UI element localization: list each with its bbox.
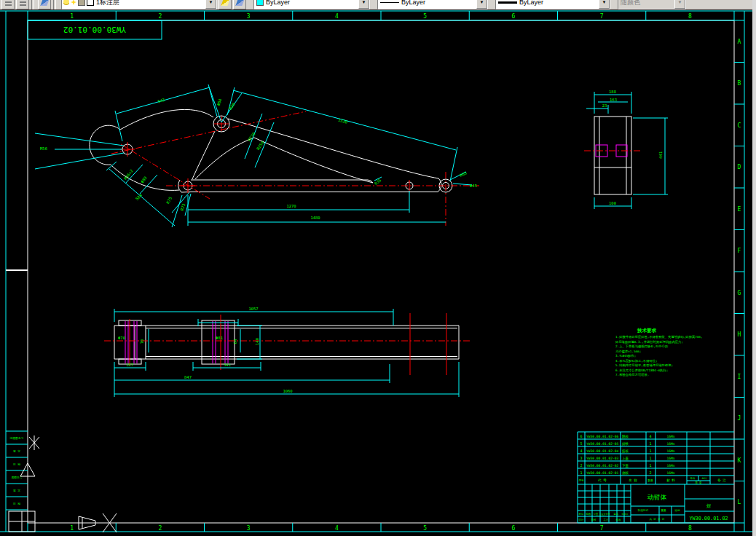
part-title: 动臂体: [647, 494, 667, 501]
dim-label: 441: [658, 151, 663, 159]
margin-cell-label: 签 字: [13, 489, 20, 492]
bom-no: 4: [580, 449, 582, 453]
snap-button[interactable]: [1, 0, 15, 9]
zone-number: 4: [335, 525, 339, 532]
zone-letter: C: [738, 122, 741, 129]
dim-label: R73: [180, 203, 186, 211]
chevron-down-icon[interactable]: ▼: [476, 0, 487, 9]
note-line: 5.结构件焊后校平,表面清理后涂防锈漆;: [615, 363, 673, 368]
lock-icon[interactable]: [78, 0, 85, 6]
bom-no: 2: [580, 463, 582, 468]
dim-label: 543: [157, 98, 165, 104]
bom-code: YW30.00.01.02-05: [586, 442, 618, 446]
titleblock-label: 签名: [614, 513, 619, 516]
bom-material: 16Mn: [666, 457, 674, 460]
plotstyle-combo-value: 随颜色: [618, 0, 674, 7]
layer-previous-button[interactable]: [233, 0, 246, 9]
bom-qty: 2: [649, 470, 651, 475]
dim-label: Φ64: [216, 98, 223, 106]
zone-letter: L: [738, 499, 741, 505]
bom-qty: 1: [649, 449, 651, 453]
dim-label: 1057: [248, 307, 258, 311]
dim-label: R65: [459, 170, 468, 178]
note-line: 3.孔Φ45配作;: [615, 354, 636, 358]
zone-number: 7: [600, 525, 604, 532]
bom-header: 代 号: [597, 478, 607, 482]
dim-label: 64: [233, 339, 237, 344]
linetype-combo[interactable]: ByLayer ▼: [377, 0, 488, 9]
color-combo-value: ByLayer: [264, 0, 358, 6]
dim-label: Φ89: [140, 176, 148, 184]
note-line: 允许偏差±1.5mm;: [615, 350, 641, 354]
dim-label: Φ70: [118, 336, 125, 340]
chevron-down-icon[interactable]: ▼: [599, 0, 610, 9]
zone-number: 2: [158, 13, 162, 20]
zone-number: 1: [70, 13, 74, 20]
titleblock-label: 重量: [661, 508, 666, 512]
zone-number: 6: [511, 13, 515, 20]
dim-label: 847: [184, 375, 192, 379]
bom-code: YW30.00.01.02-06: [586, 435, 618, 438]
bom-name: 侧板: [622, 471, 629, 476]
zone-number: 5: [423, 525, 427, 532]
drawing-number: YW30.00.01.02: [689, 516, 728, 521]
titleblock-label: 比例: [674, 509, 680, 512]
zone-number: 8: [688, 13, 692, 20]
bom-name: 隔板: [622, 435, 629, 439]
grid-icon: [5, 0, 12, 6]
zone-letter: F: [738, 248, 741, 254]
lineweight-combo[interactable]: ByLayer ▼: [495, 0, 610, 9]
bom-code: YW30.00.01.02-04: [586, 449, 618, 453]
dim-label: R250: [256, 141, 265, 151]
layer-states-icon: [235, 0, 244, 6]
bom-name: 斜铁: [622, 441, 629, 446]
dimension-labels: 5431330Φ64R20R270R250M56M36×2Φ89584R75R7…: [40, 90, 663, 393]
process-mark: 焊: [706, 503, 711, 508]
make-layer-current-button[interactable]: [218, 0, 232, 9]
bom-grid: [578, 432, 734, 523]
sun-icon[interactable]: [71, 0, 76, 5]
dim-label: R35: [374, 178, 382, 186]
zone-letter: B: [738, 80, 741, 87]
bom-qty: 4: [649, 434, 651, 438]
chevron-down-icon[interactable]: ▼: [205, 0, 216, 9]
chevron-down-icon[interactable]: ▼: [358, 0, 369, 9]
bom-rows: 6YW30.00.01.02-06隔板416Mn5YW30.00.01.02-0…: [578, 434, 726, 485]
bulb-icon[interactable]: [63, 0, 69, 5]
front-view: [35, 84, 479, 227]
zone-letter: A: [738, 39, 741, 45]
dim-label: 1270: [286, 204, 296, 208]
ortho-button[interactable]: [16, 0, 29, 9]
color-combo[interactable]: ByLayer ▼: [253, 0, 370, 9]
technical-notes: 技术要求 1.焊接件各焊缝应焊透,不得有裂纹、夹渣等缺陷,焊脚高7mm, 焊后清…: [615, 328, 703, 377]
zone-number: 1: [70, 525, 74, 532]
note-line: 2.上、下盖板与侧板焊接处,孔中心距: [615, 344, 669, 349]
dim-label: 1480: [310, 216, 320, 220]
zone-number: 3: [247, 13, 251, 20]
titleblock-label: 工艺: [604, 519, 609, 521]
bom-name: 下盖: [622, 464, 629, 468]
dim-label: 23: [602, 103, 607, 108]
margin-cell-label: 日 期: [13, 502, 20, 505]
layer-combo[interactable]: 1标注层 ▼: [61, 0, 217, 9]
dim-label: M36×2: [123, 168, 134, 181]
bom-code: YW30.00.01.02-02: [586, 464, 618, 468]
title-block: 动臂体 焊 YW30.00.01.02 6YW30.00.01.02-06隔板4…: [578, 432, 734, 523]
zone-letter: K: [738, 457, 741, 464]
bom-qty: 1: [649, 463, 651, 468]
layers-icon: [40, 0, 49, 6]
layer-manager-button[interactable]: [38, 0, 51, 9]
inner-frame: [28, 20, 734, 523]
bom-material: 16Mn: [666, 442, 674, 446]
titleblock-label: 年月日: [622, 513, 629, 516]
cad-canvas[interactable]: 1122334455667788ABCDEFGHIJKL YW30.00.01.…: [0, 9, 756, 536]
bom-material: 16Mn: [666, 449, 674, 453]
side-view: [584, 92, 668, 209]
bottom-view: [104, 309, 472, 397]
dim-label: M56: [40, 146, 47, 151]
titleblock-label: 分区: [594, 513, 599, 516]
linetype-preview-icon: [380, 2, 399, 3]
bom-material: 16Mn: [666, 435, 674, 438]
bom-header: 名 称: [629, 478, 637, 482]
bom-material: 16Mn: [666, 464, 674, 468]
